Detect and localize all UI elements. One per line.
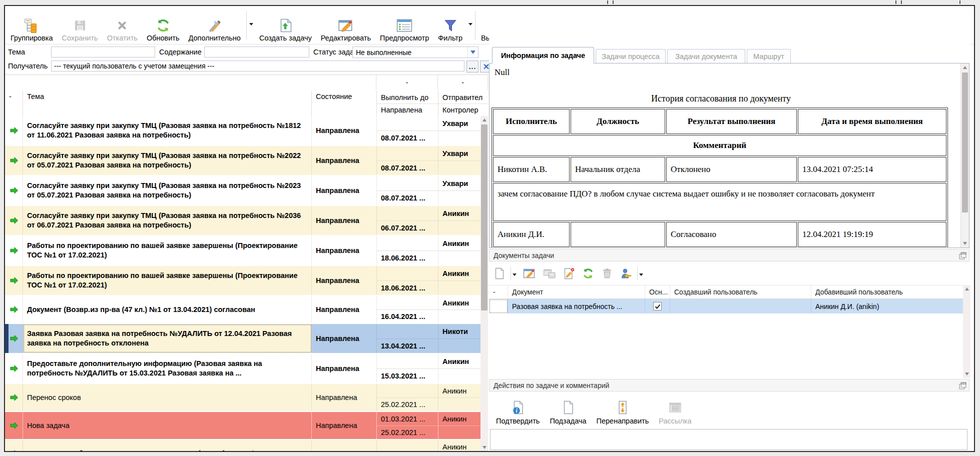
expand-panel-icon[interactable] <box>958 381 967 390</box>
task-row[interactable]: Заявка Разовая заявка на потребность №УД… <box>5 324 488 354</box>
history-col-header: Должность <box>571 109 665 134</box>
document-adder: Аникин Д.И. (anikin) <box>811 299 958 314</box>
task-due-date <box>377 266 438 280</box>
task-list-scrollbar[interactable] <box>480 116 488 452</box>
toolbar-edit-button[interactable]: Редактировать <box>316 7 375 44</box>
info-scrollbar[interactable] <box>960 64 969 248</box>
tab-process-tasks[interactable]: Задачи процесса <box>596 49 666 64</box>
open-document-button[interactable] <box>520 266 540 282</box>
document-row-selector[interactable] <box>489 299 508 314</box>
task-directed-date: 25.02.2021 ... <box>377 398 438 411</box>
subtask-icon <box>561 398 575 417</box>
documents-toolbar <box>490 263 646 284</box>
cropped-text-artifact <box>959 0 960 4</box>
document-row[interactable]: Разовая заявка на потребность ...Аникин … <box>489 299 968 314</box>
history-result: Согласовано <box>666 222 797 247</box>
task-directed-date: 08.07.2021 ... <box>377 130 438 145</box>
content-filter-input[interactable] <box>204 46 309 58</box>
status-filter-combobox[interactable]: Не выполненные <box>352 46 478 58</box>
task-row[interactable]: Согласуйте заявку при закупку ТМЦ (Разов… <box>5 146 488 176</box>
scrollbar-thumb[interactable] <box>481 124 487 310</box>
recipient-filter-input[interactable] <box>51 60 464 72</box>
task-due-date <box>377 206 438 220</box>
action-redirect-button[interactable]: Перенаправить <box>592 398 654 426</box>
grouping-icon <box>24 17 39 34</box>
comment-input[interactable] <box>490 429 967 450</box>
toolbar-preview-button[interactable]: Предпросмотр <box>375 7 433 44</box>
theme-filter-input[interactable] <box>51 46 155 58</box>
toolbar-more-button[interactable]: Дополнительно <box>184 7 245 44</box>
toolbar-filter-button[interactable]: Фильтр <box>433 7 467 44</box>
documents-scrollbar[interactable] <box>963 285 970 378</box>
task-directed-date: 18.06.2021 ... <box>377 280 438 295</box>
task-theme-cell: Заявка Разовая заявка на потребность №УД… <box>23 324 312 353</box>
task-dates-cell <box>377 440 438 452</box>
access-rights-button[interactable] <box>617 266 636 282</box>
task-row[interactable]: Работы по проектированию по вашей заявке… <box>5 236 488 266</box>
refresh-documents-button[interactable] <box>579 266 598 282</box>
task-state: Направлена <box>312 440 377 452</box>
task-state: Направлена <box>312 236 377 265</box>
dropdown-arrow-icon[interactable] <box>513 274 517 276</box>
arrow-green-icon <box>9 364 19 374</box>
edit-document-button[interactable] <box>560 266 579 282</box>
task-row[interactable]: Уведомление об окончании процесса "Проце… <box>5 440 488 452</box>
task-state: Направлена <box>312 296 377 323</box>
scroll-down-arrow[interactable] <box>963 370 970 378</box>
scroll-up-arrow[interactable] <box>480 116 488 124</box>
main-document-checkbox[interactable] <box>653 302 662 310</box>
dropdown-arrow-icon[interactable] <box>639 274 643 276</box>
action-confirm-button[interactable]: iПодтвердить <box>491 398 545 426</box>
confirm-icon: i <box>511 398 525 417</box>
task-directed-date: 08.07.2021 ... <box>377 160 438 175</box>
documents-table-header[interactable]: - Документ Осн... Создавший пользователь… <box>489 285 968 299</box>
task-theme: Работы по проектированию по вашей заявке… <box>27 271 306 290</box>
toolbar-refresh-button[interactable]: Обновить <box>142 7 184 44</box>
task-row[interactable]: Работы по проектированию по вашей заявке… <box>5 266 488 296</box>
task-row[interactable]: Нова задачаНаправлена01.03.2021 ...25.02… <box>5 412 488 440</box>
action-mailing-button: Рассылка <box>654 398 696 426</box>
new-document-button[interactable] <box>490 266 509 282</box>
task-state: Направлена <box>312 146 377 175</box>
tab-route[interactable]: Маршрут <box>747 49 791 64</box>
task-row[interactable]: Предоставьте дополнительную информацию (… <box>5 354 488 384</box>
task-info-panel: Null История согласования по документу И… <box>489 63 969 248</box>
task-row-marker-cell <box>5 176 23 205</box>
dropdown-arrow-icon[interactable] <box>467 9 474 44</box>
scroll-down-arrow[interactable] <box>480 444 488 452</box>
action-subtask-button[interactable]: Подзадача <box>545 398 591 426</box>
task-row[interactable]: Согласуйте заявку при закупку ТМЦ (Разов… <box>5 206 488 236</box>
task-list-header[interactable]: - Тема Состояние Выполнить до Направлена… <box>5 91 488 117</box>
task-row-marker-cell <box>5 384 23 411</box>
recipient-browse-button[interactable]: ... <box>466 60 478 72</box>
arrow-green-icon <box>9 304 19 314</box>
scroll-up-arrow[interactable] <box>963 285 970 293</box>
toolbar-create-task-label: Создать задачу <box>259 34 312 42</box>
chevron-down-icon[interactable] <box>467 47 478 58</box>
tab-task-info[interactable]: Информация по задаче <box>492 47 594 64</box>
task-row[interactable]: Согласуйте заявку при закупку ТМЦ (Разов… <box>5 176 488 206</box>
document-name: Разовая заявка на потребность ... <box>508 299 645 314</box>
expand-panel-icon[interactable] <box>958 251 967 260</box>
arrow-green-icon <box>9 216 19 226</box>
task-list-filter-row[interactable]: - - <box>5 75 488 91</box>
header-mark: - <box>5 91 23 100</box>
actions-section-bar: Действия по задаче и комментарий <box>489 379 969 392</box>
scroll-down-arrow[interactable] <box>961 240 968 248</box>
task-row[interactable]: Согласуйте заявку при закупку ТМЦ (Разов… <box>5 116 488 146</box>
task-row-marker-cell <box>5 116 23 145</box>
arrow-green-icon <box>9 276 19 286</box>
history-row[interactable]: Никотин А.В.Начальник отделаОтклонено13.… <box>493 157 946 182</box>
toolbar-create-task-button[interactable]: Создать задачу <box>255 7 316 44</box>
toolbar-grouping-button[interactable]: Группировка <box>6 7 58 44</box>
task-row[interactable]: Перенос сроковНаправлена25.02.2021 ...Ан… <box>5 384 488 412</box>
task-theme-cell: Нова задача <box>23 412 312 439</box>
task-row[interactable]: Документ (Возвр.из пр-ва (47 кл.) №1 от … <box>5 296 488 324</box>
dropdown-arrow-icon[interactable] <box>248 9 255 44</box>
scrollbar-thumb[interactable] <box>962 72 968 212</box>
task-theme: Работы по проектированию по вашей заявке… <box>27 241 306 260</box>
tab-document-tasks[interactable]: Задачи документа <box>667 49 745 64</box>
task-dates-cell: 18.06.2021 ... <box>377 236 438 265</box>
history-row[interactable]: Аникин Д.И.Согласовано12.04.2021 19:19:1… <box>493 222 946 247</box>
scroll-up-arrow[interactable] <box>961 64 968 72</box>
